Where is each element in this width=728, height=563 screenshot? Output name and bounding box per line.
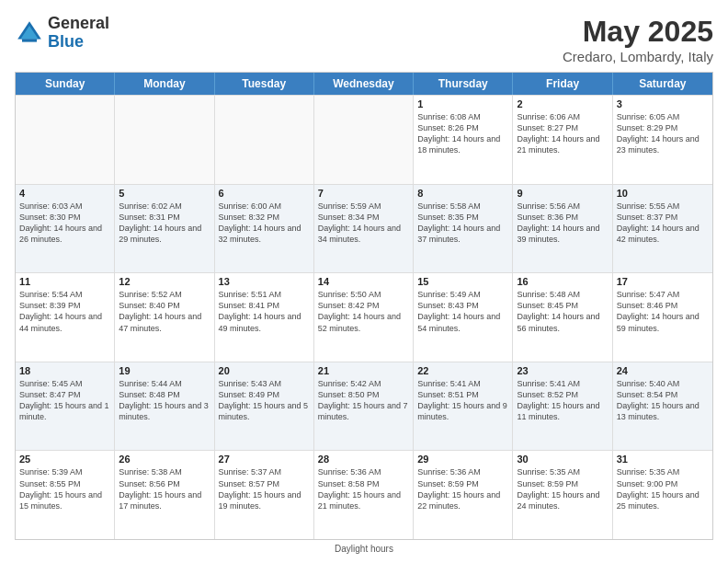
day-number: 2 — [517, 98, 608, 109]
day-number: 26 — [119, 454, 210, 465]
calendar-cell: 7Sunrise: 5:59 AM Sunset: 8:34 PM Daylig… — [314, 185, 414, 273]
calendar-cell: 4Sunrise: 6:03 AM Sunset: 8:30 PM Daylig… — [16, 185, 115, 273]
day-number: 14 — [318, 276, 409, 287]
calendar-week-2: 4Sunrise: 6:03 AM Sunset: 8:30 PM Daylig… — [16, 184, 712, 273]
day-info: Sunrise: 5:56 AM Sunset: 8:36 PM Dayligh… — [517, 201, 608, 246]
calendar-cell: 14Sunrise: 5:50 AM Sunset: 8:42 PM Dayli… — [314, 273, 414, 362]
day-info: Sunrise: 5:49 AM Sunset: 8:43 PM Dayligh… — [417, 289, 508, 334]
day-info: Sunrise: 6:05 AM Sunset: 8:29 PM Dayligh… — [617, 111, 709, 156]
day-number: 19 — [119, 365, 210, 376]
calendar-cell: 1Sunrise: 6:08 AM Sunset: 8:26 PM Daylig… — [414, 96, 513, 184]
header-monday: Monday — [115, 73, 214, 95]
calendar-cell: 31Sunrise: 5:35 AM Sunset: 9:00 PM Dayli… — [613, 451, 712, 539]
calendar-cell: 23Sunrise: 5:41 AM Sunset: 8:52 PM Dayli… — [513, 362, 612, 451]
header-wednesday: Wednesday — [314, 73, 414, 95]
calendar-cell: 24Sunrise: 5:40 AM Sunset: 8:54 PM Dayli… — [613, 362, 712, 451]
day-info: Sunrise: 5:43 AM Sunset: 8:49 PM Dayligh… — [219, 378, 310, 423]
calendar-cell: 25Sunrise: 5:39 AM Sunset: 8:55 PM Dayli… — [16, 451, 115, 539]
svg-rect-2 — [22, 39, 37, 41]
calendar-cell: 27Sunrise: 5:37 AM Sunset: 8:57 PM Dayli… — [215, 451, 314, 539]
day-info: Sunrise: 5:47 AM Sunset: 8:46 PM Dayligh… — [617, 289, 709, 334]
day-info: Sunrise: 5:59 AM Sunset: 8:34 PM Dayligh… — [318, 201, 409, 246]
day-info: Sunrise: 5:35 AM Sunset: 8:59 PM Dayligh… — [517, 466, 608, 511]
day-info: Sunrise: 5:37 AM Sunset: 8:57 PM Dayligh… — [219, 466, 310, 511]
header: General Blue May 2025 Credaro, Lombardy,… — [15, 15, 713, 64]
calendar-header: Sunday Monday Tuesday Wednesday Thursday… — [16, 73, 712, 95]
day-info: Sunrise: 5:54 AM Sunset: 8:39 PM Dayligh… — [19, 289, 110, 334]
calendar-cell: 28Sunrise: 5:36 AM Sunset: 8:58 PM Dayli… — [314, 451, 414, 539]
day-number: 6 — [219, 188, 310, 199]
calendar-cell: 9Sunrise: 5:56 AM Sunset: 8:36 PM Daylig… — [513, 185, 612, 273]
day-info: Sunrise: 6:06 AM Sunset: 8:27 PM Dayligh… — [517, 111, 608, 156]
calendar-body: 1Sunrise: 6:08 AM Sunset: 8:26 PM Daylig… — [16, 95, 712, 539]
calendar-cell: 29Sunrise: 5:36 AM Sunset: 8:59 PM Dayli… — [414, 451, 513, 539]
day-number: 20 — [219, 365, 310, 376]
day-number: 31 — [617, 454, 709, 465]
calendar-cell: 13Sunrise: 5:51 AM Sunset: 8:41 PM Dayli… — [215, 273, 314, 362]
title-location: Credaro, Lombardy, Italy — [563, 49, 713, 64]
day-info: Sunrise: 5:41 AM Sunset: 8:52 PM Dayligh… — [517, 378, 608, 423]
day-info: Sunrise: 5:40 AM Sunset: 8:54 PM Dayligh… — [617, 378, 709, 423]
calendar-cell — [215, 96, 314, 184]
calendar-cell: 22Sunrise: 5:41 AM Sunset: 8:51 PM Dayli… — [414, 362, 513, 451]
day-info: Sunrise: 5:45 AM Sunset: 8:47 PM Dayligh… — [19, 378, 110, 423]
day-number: 28 — [318, 454, 409, 465]
calendar-cell: 15Sunrise: 5:49 AM Sunset: 8:43 PM Dayli… — [414, 273, 513, 362]
day-info: Sunrise: 6:08 AM Sunset: 8:26 PM Dayligh… — [417, 111, 508, 156]
header-thursday: Thursday — [414, 73, 513, 95]
calendar-cell: 30Sunrise: 5:35 AM Sunset: 8:59 PM Dayli… — [513, 451, 612, 539]
day-info: Sunrise: 5:39 AM Sunset: 8:55 PM Dayligh… — [19, 466, 110, 511]
calendar-cell: 2Sunrise: 6:06 AM Sunset: 8:27 PM Daylig… — [513, 96, 612, 184]
calendar-cell: 12Sunrise: 5:52 AM Sunset: 8:40 PM Dayli… — [115, 273, 214, 362]
day-number: 7 — [318, 188, 409, 199]
day-number: 15 — [417, 276, 508, 287]
calendar-cell: 3Sunrise: 6:05 AM Sunset: 8:29 PM Daylig… — [613, 96, 712, 184]
calendar-cell: 17Sunrise: 5:47 AM Sunset: 8:46 PM Dayli… — [613, 273, 712, 362]
day-number: 9 — [517, 188, 608, 199]
footer-note: Daylight hours — [15, 544, 713, 554]
day-info: Sunrise: 5:35 AM Sunset: 9:00 PM Dayligh… — [617, 466, 709, 511]
day-number: 3 — [617, 98, 709, 109]
day-info: Sunrise: 6:03 AM Sunset: 8:30 PM Dayligh… — [19, 201, 110, 246]
day-info: Sunrise: 5:58 AM Sunset: 8:35 PM Dayligh… — [417, 201, 508, 246]
logo-text: General Blue — [48, 15, 109, 52]
day-info: Sunrise: 6:00 AM Sunset: 8:32 PM Dayligh… — [219, 201, 310, 246]
header-tuesday: Tuesday — [215, 73, 314, 95]
calendar-cell: 21Sunrise: 5:42 AM Sunset: 8:50 PM Dayli… — [314, 362, 414, 451]
logo-blue-label: Blue — [48, 33, 109, 52]
day-number: 4 — [19, 188, 110, 199]
day-number: 23 — [517, 365, 608, 376]
logo: General Blue — [15, 15, 109, 52]
calendar: Sunday Monday Tuesday Wednesday Thursday… — [15, 72, 713, 540]
day-number: 13 — [219, 276, 310, 287]
calendar-cell — [16, 96, 115, 184]
day-info: Sunrise: 5:41 AM Sunset: 8:51 PM Dayligh… — [417, 378, 508, 423]
day-info: Sunrise: 5:36 AM Sunset: 8:58 PM Dayligh… — [318, 466, 409, 511]
day-number: 5 — [119, 188, 210, 199]
calendar-cell: 26Sunrise: 5:38 AM Sunset: 8:56 PM Dayli… — [115, 451, 214, 539]
day-info: Sunrise: 5:55 AM Sunset: 8:37 PM Dayligh… — [617, 201, 709, 246]
calendar-week-5: 25Sunrise: 5:39 AM Sunset: 8:55 PM Dayli… — [16, 450, 712, 539]
day-info: Sunrise: 5:48 AM Sunset: 8:45 PM Dayligh… — [517, 289, 608, 334]
calendar-week-3: 11Sunrise: 5:54 AM Sunset: 8:39 PM Dayli… — [16, 272, 712, 362]
calendar-cell — [115, 96, 214, 184]
calendar-week-1: 1Sunrise: 6:08 AM Sunset: 8:26 PM Daylig… — [16, 95, 712, 184]
day-number: 10 — [617, 188, 709, 199]
logo-general-label: General — [48, 15, 109, 33]
header-saturday: Saturday — [613, 73, 712, 95]
page: General Blue May 2025 Credaro, Lombardy,… — [0, 0, 728, 563]
day-info: Sunrise: 6:02 AM Sunset: 8:31 PM Dayligh… — [119, 201, 210, 246]
title-block: May 2025 Credaro, Lombardy, Italy — [563, 15, 713, 64]
day-number: 8 — [417, 188, 508, 199]
day-number: 18 — [19, 365, 110, 376]
day-number: 27 — [219, 454, 310, 465]
day-number: 25 — [19, 454, 110, 465]
day-number: 30 — [517, 454, 608, 465]
calendar-cell: 18Sunrise: 5:45 AM Sunset: 8:47 PM Dayli… — [16, 362, 115, 451]
day-info: Sunrise: 5:52 AM Sunset: 8:40 PM Dayligh… — [119, 289, 210, 334]
day-info: Sunrise: 5:38 AM Sunset: 8:56 PM Dayligh… — [119, 466, 210, 511]
calendar-cell: 5Sunrise: 6:02 AM Sunset: 8:31 PM Daylig… — [115, 185, 214, 273]
day-number: 1 — [417, 98, 508, 109]
day-info: Sunrise: 5:44 AM Sunset: 8:48 PM Dayligh… — [119, 378, 210, 423]
day-number: 22 — [417, 365, 508, 376]
